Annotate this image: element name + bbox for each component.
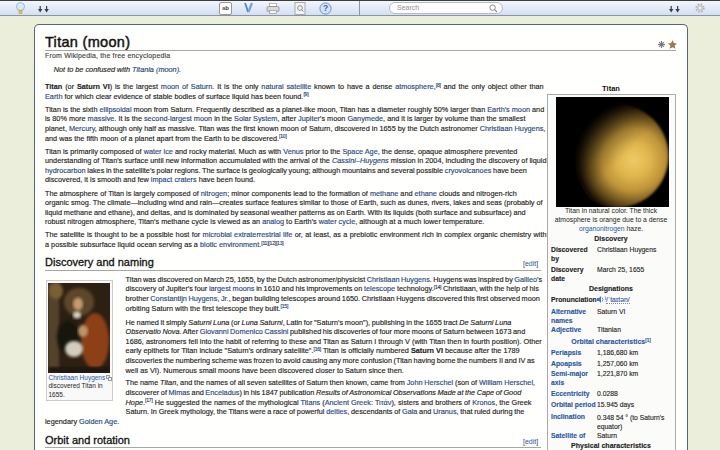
- svg-text:?: ?: [322, 3, 327, 13]
